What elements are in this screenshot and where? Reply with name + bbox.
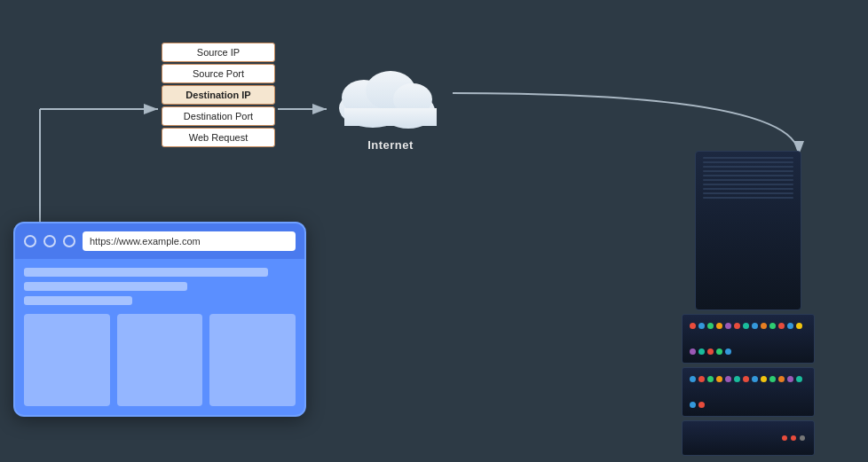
server-rack [682,151,815,456]
browser-content-line-2 [24,282,187,291]
browser-dot-3 [63,235,75,247]
rack-unit-bottom [682,420,815,456]
packet-row-1: Source Port [162,64,275,83]
browser-col-3 [209,314,296,406]
browser-dot-1 [24,235,36,247]
browser-col-1 [24,314,110,406]
cloud-container: Internet [328,53,453,152]
rack-unit-middle-2 [682,367,815,417]
browser-content-line-1 [24,268,268,277]
browser-content-area [15,259,304,415]
browser-content-line-3 [24,296,132,305]
browser-columns [24,314,296,406]
packet-row-2: Destination IP [162,85,275,105]
browser-url-bar[interactable]: https://www.example.com [83,231,296,251]
browser-dot-2 [43,235,56,247]
browser-toolbar: https://www.example.com [15,223,304,259]
packet-row-4: Web Request [162,128,275,147]
rack-unit-middle-1 [682,314,815,364]
svg-rect-11 [344,108,437,126]
packet-row-0: Source IP [162,43,275,62]
browser-col-2 [117,314,203,406]
cloud-label: Internet [367,138,414,152]
browser-window: https://www.example.com [13,222,306,417]
server-container: Web Server [682,151,815,462]
cloud-icon [328,53,453,133]
packet-row-3: Destination Port [162,106,275,126]
browser-url-text: https://www.example.com [90,236,201,247]
rack-unit-top [695,151,801,310]
packet-info-box: Source IPSource PortDestination IPDestin… [162,43,275,147]
